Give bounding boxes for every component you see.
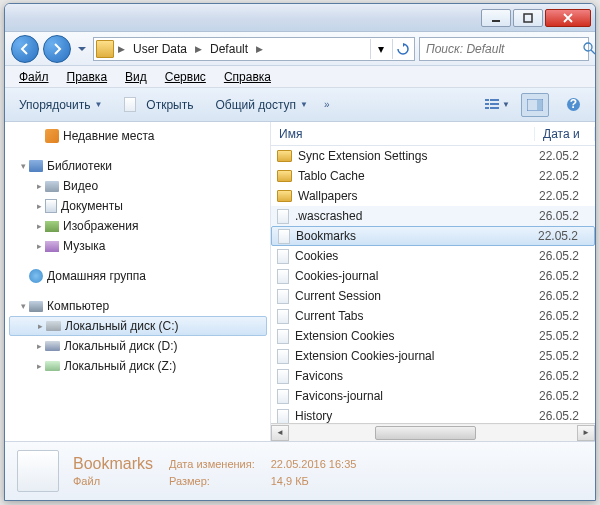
tree-computer[interactable]: ▾Компьютер: [9, 296, 267, 316]
forward-button[interactable]: [43, 35, 71, 63]
tree-libraries[interactable]: ▾Библиотеки: [9, 156, 267, 176]
open-button[interactable]: Открыть: [118, 94, 199, 115]
navigation-tree[interactable]: Недавние места ▾Библиотеки ▸Видео ▸Докум…: [5, 122, 267, 441]
file-name: Bookmarks: [296, 229, 538, 243]
chevron-right-icon[interactable]: ▶: [193, 44, 204, 54]
file-row[interactable]: Bookmarks22.05.2: [271, 226, 595, 246]
breadcrumb-item[interactable]: User Data: [129, 42, 191, 56]
file-date: 25.05.2: [539, 349, 595, 363]
file-row[interactable]: Cookies-journal26.05.2: [271, 266, 595, 286]
file-list[interactable]: Sync Extension Settings22.05.2Tablo Cach…: [271, 146, 595, 423]
overflow-button[interactable]: »: [324, 99, 330, 110]
search-input[interactable]: [420, 42, 583, 56]
file-row[interactable]: Wallpapers22.05.2: [271, 186, 595, 206]
search-icon[interactable]: [583, 42, 596, 55]
refresh-icon[interactable]: [392, 39, 412, 59]
tree-pictures[interactable]: ▸Изображения: [9, 216, 267, 236]
file-date: 26.05.2: [539, 409, 595, 423]
file-row[interactable]: Current Session26.05.2: [271, 286, 595, 306]
file-icon: [277, 409, 289, 424]
close-button[interactable]: [545, 9, 591, 27]
menu-file[interactable]: Файл: [11, 68, 57, 86]
menu-help[interactable]: Справка: [216, 68, 279, 86]
file-date: 26.05.2: [539, 369, 595, 383]
file-date: 26.05.2: [539, 209, 595, 223]
help-button[interactable]: ?: [559, 93, 587, 117]
file-name: History: [295, 409, 539, 423]
preview-pane-button[interactable]: [521, 93, 549, 117]
file-row[interactable]: Tablo Cache22.05.2: [271, 166, 595, 186]
file-row[interactable]: .wascrashed26.05.2: [271, 206, 595, 226]
music-icon: [45, 241, 59, 252]
file-row[interactable]: Extension Cookies25.05.2: [271, 326, 595, 346]
svg-point-2: [584, 43, 592, 51]
file-row[interactable]: Cookies26.05.2: [271, 246, 595, 266]
file-row[interactable]: Favicons26.05.2: [271, 366, 595, 386]
file-name: Current Session: [295, 289, 539, 303]
folder-icon: [96, 40, 114, 58]
file-date: 25.05.2: [539, 329, 595, 343]
chevron-right-icon[interactable]: ▶: [116, 44, 127, 54]
share-button[interactable]: Общий доступ▼: [209, 95, 314, 115]
back-button[interactable]: [11, 35, 39, 63]
file-row[interactable]: Current Tabs26.05.2: [271, 306, 595, 326]
column-date[interactable]: Дата и: [535, 127, 595, 141]
address-bar[interactable]: ▶ User Data ▶ Default ▶ ▾: [93, 37, 415, 61]
tree-label: Домашняя группа: [47, 269, 146, 283]
svg-text:?: ?: [569, 97, 576, 111]
tree-recent-places[interactable]: Недавние места: [9, 126, 267, 146]
tree-label: Компьютер: [47, 299, 109, 313]
search-box[interactable]: [419, 37, 589, 61]
menu-tools[interactable]: Сервис: [157, 68, 214, 86]
tree-music[interactable]: ▸Музыка: [9, 236, 267, 256]
column-name[interactable]: Имя: [271, 127, 535, 141]
details-size-value: 14,9 КБ: [271, 475, 357, 487]
file-row[interactable]: Sync Extension Settings22.05.2: [271, 146, 595, 166]
svg-rect-3: [485, 99, 489, 101]
file-name: Extension Cookies: [295, 329, 539, 343]
titlebar: [5, 4, 595, 32]
nav-toolbar: ▶ User Data ▶ Default ▶ ▾: [5, 32, 595, 66]
tree-drive-z[interactable]: ▸Локальный диск (Z:): [9, 356, 267, 376]
details-modified-label: Дата изменения:: [169, 458, 255, 470]
scroll-track[interactable]: [289, 425, 577, 441]
tree-videos[interactable]: ▸Видео: [9, 176, 267, 196]
tree-documents[interactable]: ▸Документы: [9, 196, 267, 216]
tree-drive-c[interactable]: ▸Локальный диск (C:): [9, 316, 267, 336]
scroll-thumb[interactable]: [375, 426, 476, 440]
tree-drive-d[interactable]: ▸Локальный диск (D:): [9, 336, 267, 356]
minimize-button[interactable]: [481, 9, 511, 27]
maximize-button[interactable]: [513, 9, 543, 27]
organize-button[interactable]: Упорядочить▼: [13, 95, 108, 115]
file-row[interactable]: Favicons-journal26.05.2: [271, 386, 595, 406]
library-icon: [29, 160, 43, 172]
file-row[interactable]: History26.05.2: [271, 406, 595, 423]
horizontal-scrollbar[interactable]: ◄ ►: [271, 423, 595, 441]
details-type: Файл: [73, 475, 153, 487]
folder-icon: [277, 170, 292, 182]
svg-rect-5: [485, 103, 489, 105]
chevron-right-icon[interactable]: ▶: [254, 44, 265, 54]
file-icon: [124, 97, 136, 112]
menu-view[interactable]: Вид: [117, 68, 155, 86]
svg-rect-6: [490, 103, 499, 105]
history-dropdown[interactable]: [75, 37, 89, 61]
file-icon: [278, 229, 290, 244]
tree-label: Изображения: [63, 219, 138, 233]
view-mode-button[interactable]: ▼: [483, 93, 511, 117]
file-name: Current Tabs: [295, 309, 539, 323]
scroll-left-button[interactable]: ◄: [271, 425, 289, 441]
file-row[interactable]: Extension Cookies-journal25.05.2: [271, 346, 595, 366]
scroll-right-button[interactable]: ►: [577, 425, 595, 441]
file-name: Cookies-journal: [295, 269, 539, 283]
breadcrumb-item[interactable]: Default: [206, 42, 252, 56]
details-pane: Bookmarks Дата изменения: 22.05.2016 16:…: [5, 442, 595, 500]
tree-label: Музыка: [63, 239, 105, 253]
tree-homegroup[interactable]: Домашняя группа: [9, 266, 267, 286]
menu-edit[interactable]: Правка: [59, 68, 116, 86]
content-area: Недавние места ▾Библиотеки ▸Видео ▸Докум…: [5, 122, 595, 442]
command-toolbar: Упорядочить▼ Открыть Общий доступ▼ » ▼ ?: [5, 88, 595, 122]
file-date: 26.05.2: [539, 309, 595, 323]
chevron-down-icon[interactable]: ▾: [370, 39, 390, 59]
tree-label: Библиотеки: [47, 159, 112, 173]
